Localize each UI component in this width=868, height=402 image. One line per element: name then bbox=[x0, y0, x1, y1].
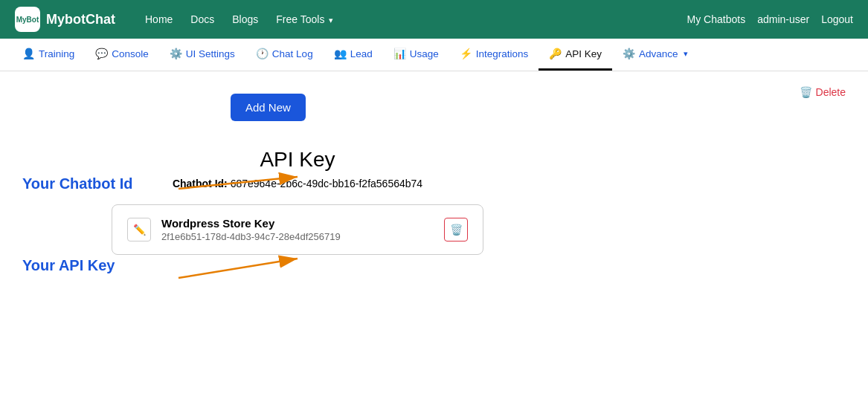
edit-key-button[interactable]: ✏️ bbox=[127, 218, 151, 241]
nav-logout[interactable]: Logout bbox=[821, 13, 853, 25]
main-content: 🗑️ Delete Your Chatbot Id Add New API Ke… bbox=[0, 71, 868, 369]
nav-my-chatbots[interactable]: My Chatbots bbox=[687, 13, 746, 25]
ui-settings-icon: ⚙️ bbox=[170, 48, 182, 59]
nav-docs[interactable]: Docs bbox=[183, 9, 222, 30]
key-info: Wordpress Store Key 2f1e6b51-178d-4db3-9… bbox=[161, 217, 341, 242]
sub-navigation: 👤 Training 💬 Console ⚙️ UI Settings 🕐 Ch… bbox=[0, 39, 868, 71]
lead-icon: 👥 bbox=[334, 48, 347, 59]
tab-training[interactable]: 👤 Training bbox=[12, 39, 85, 71]
tab-advance[interactable]: ⚙️ Advance ▾ bbox=[612, 39, 698, 71]
integrations-icon: ⚡ bbox=[460, 48, 472, 59]
advance-icon: ⚙️ bbox=[623, 48, 635, 59]
free-tools-dropdown-icon: ▾ bbox=[329, 16, 333, 25]
tab-lead[interactable]: 👥 Lead bbox=[324, 39, 383, 71]
key-value: 2f1e6b51-178d-4db3-94c7-28e4df256719 bbox=[161, 231, 341, 242]
add-new-row: Add New bbox=[112, 94, 483, 136]
brand-logo-link[interactable]: MyBot MybotChat bbox=[15, 7, 115, 32]
nav-blogs[interactable]: Blogs bbox=[225, 9, 266, 30]
training-icon: 👤 bbox=[22, 48, 35, 59]
annotation-api-key: Your API Key bbox=[22, 257, 115, 273]
brand-logo-text: MyBot bbox=[16, 16, 39, 24]
key-name: Wordpress Store Key bbox=[161, 217, 341, 230]
api-key-section: Add New API Key Chatbot Id: 687e964e-2b6… bbox=[112, 94, 483, 255]
console-icon: 💬 bbox=[95, 48, 108, 59]
usage-icon: 📊 bbox=[393, 48, 406, 59]
tab-chat-log[interactable]: 🕐 Chat Log bbox=[245, 39, 324, 71]
top-nav-right: My Chatbots admin-user Logout bbox=[687, 13, 853, 25]
chat-log-icon: 🕐 bbox=[256, 48, 269, 59]
tab-integrations[interactable]: ⚡ Integrations bbox=[449, 39, 539, 71]
nav-free-tools[interactable]: Free Tools ▾ bbox=[269, 9, 341, 30]
nav-home[interactable]: Home bbox=[138, 9, 180, 30]
top-nav-links: Home Docs Blogs Free Tools ▾ bbox=[138, 9, 687, 30]
api-key-icon: 🔑 bbox=[549, 48, 562, 59]
add-new-button[interactable]: Add New bbox=[231, 94, 306, 121]
tab-usage[interactable]: 📊 Usage bbox=[383, 39, 449, 71]
chatbot-id-prefix: Chatbot Id: bbox=[173, 178, 228, 189]
annotation-chatbot-id: Your Chatbot Id bbox=[22, 175, 133, 192]
tab-api-key[interactable]: 🔑 API Key bbox=[539, 39, 612, 71]
chatbot-id-line: Chatbot Id: 687e964e-2b6c-49dc-bb16-f2fa… bbox=[173, 178, 422, 189]
tab-console[interactable]: 💬 Console bbox=[85, 39, 159, 71]
edit-icon: ✏️ bbox=[133, 224, 146, 236]
delete-key-icon: 🗑️ bbox=[450, 224, 463, 236]
delete-key-button[interactable]: 🗑️ bbox=[444, 218, 468, 241]
key-card: ✏️ Wordpress Store Key 2f1e6b51-178d-4db… bbox=[112, 204, 483, 255]
top-navigation: MyBot MybotChat Home Docs Blogs Free Too… bbox=[0, 0, 868, 39]
advance-dropdown-icon: ▾ bbox=[684, 49, 688, 59]
nav-admin-user[interactable]: admin-user bbox=[757, 13, 809, 25]
brand-logo: MyBot bbox=[15, 7, 40, 32]
brand-name: MybotChat bbox=[46, 12, 115, 27]
page-title: API Key bbox=[260, 148, 335, 172]
chatbot-id-value: 687e964e-2b6c-49dc-bb16-f2fa56564b74 bbox=[231, 178, 422, 189]
key-card-left: ✏️ Wordpress Store Key 2f1e6b51-178d-4db… bbox=[127, 217, 341, 242]
tab-ui-settings[interactable]: ⚙️ UI Settings bbox=[159, 39, 245, 71]
